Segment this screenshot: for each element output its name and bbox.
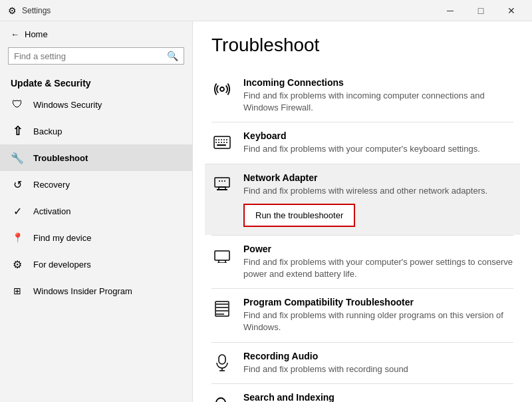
sidebar-item-label: Troubleshoot	[33, 153, 88, 163]
search-container[interactable]: 🔍	[8, 47, 184, 65]
recovery-icon: ↺	[11, 178, 24, 191]
search-input[interactable]	[14, 51, 163, 61]
maximize-button[interactable]: □	[466, 0, 496, 21]
title-bar-controls: ─ □ ✕	[435, 0, 527, 21]
keyboard-icon	[211, 132, 233, 153]
svg-point-0	[220, 87, 224, 91]
activation-icon: ✓	[11, 204, 24, 218]
backup-icon: ⇧	[11, 124, 24, 138]
sidebar-item-label: Backup	[33, 126, 62, 136]
title-bar: ⚙ Settings ─ □ ✕	[0, 0, 532, 21]
title-bar-title: Settings	[22, 6, 51, 15]
power-desc: Find and fix problems with your computer…	[243, 256, 513, 280]
power-name: Power	[243, 244, 513, 254]
recording-audio-item: Recording Audio Find and fix problems wi…	[211, 342, 513, 383]
sidebar-item-label: Windows Insider Program	[33, 286, 132, 296]
network-adapter-icon	[211, 174, 233, 195]
sidebar-item-activation[interactable]: ✓ Activation	[0, 198, 192, 224]
recording-audio-desc: Find and fix problems with recording sou…	[243, 363, 513, 375]
keyboard-desc: Find and fix problems with your computer…	[243, 143, 513, 155]
power-content: Power Find and fix problems with your co…	[243, 244, 513, 280]
content-area: Troubleshoot Incoming Connections Find a…	[193, 21, 532, 402]
incoming-connections-icon	[211, 79, 233, 100]
close-button[interactable]: ✕	[496, 0, 527, 21]
developers-icon: ⚙	[11, 258, 24, 271]
program-compatibility-content: Program Compatibility Troubleshooter Fin…	[243, 297, 513, 333]
search-indexing-name: Search and Indexing	[243, 392, 513, 402]
minimize-button[interactable]: ─	[435, 0, 466, 21]
sidebar-item-troubleshoot[interactable]: 🔧 Troubleshoot	[0, 144, 192, 171]
title-bar-left: ⚙ Settings	[8, 5, 51, 16]
back-button[interactable]: ← Home	[0, 21, 192, 47]
sidebar: ← Home 🔍 Update & Security 🛡 Windows Sec…	[0, 21, 193, 402]
recording-audio-icon	[211, 352, 233, 373]
section-title: Update & Security	[0, 73, 192, 91]
search-icon: 🔍	[167, 51, 178, 61]
incoming-connections-name: Incoming Connections	[243, 77, 513, 88]
insider-icon: ⊞	[11, 284, 24, 298]
sidebar-item-label: Recovery	[33, 180, 70, 190]
svg-rect-19	[215, 251, 229, 260]
sidebar-item-windows-insider[interactable]: ⊞ Windows Insider Program	[0, 278, 192, 304]
keyboard-name: Keyboard	[243, 130, 513, 141]
incoming-connections-content: Incoming Connections Find and fix proble…	[243, 77, 513, 114]
back-icon: ←	[11, 29, 19, 39]
find-device-icon: 📍	[11, 231, 24, 244]
sidebar-item-label: Find my device	[33, 233, 91, 243]
power-icon	[211, 245, 233, 266]
troubleshoot-icon: 🔧	[11, 151, 24, 164]
search-indexing-icon	[211, 393, 233, 402]
sidebar-item-label: For developers	[33, 260, 91, 270]
recording-audio-content: Recording Audio Find and fix problems wi…	[243, 351, 513, 375]
settings-icon: ⚙	[8, 5, 17, 16]
sidebar-item-backup[interactable]: ⇧ Backup	[0, 118, 192, 144]
sidebar-item-label: Activation	[33, 206, 70, 216]
page-title: Troubleshoot	[211, 35, 513, 56]
keyboard-item: Keyboard Find and fix problems with your…	[211, 122, 513, 163]
sidebar-item-for-developers[interactable]: ⚙ For developers	[0, 251, 192, 278]
incoming-connections-desc: Find and fix problems with incoming comp…	[243, 90, 513, 114]
svg-point-31	[216, 398, 225, 402]
sidebar-item-recovery[interactable]: ↺ Recovery	[0, 171, 192, 198]
home-label: Home	[25, 29, 48, 39]
recording-audio-name: Recording Audio	[243, 351, 513, 361]
main-layout: ← Home 🔍 Update & Security 🛡 Windows Sec…	[0, 21, 532, 402]
search-indexing-item: Search and Indexing Find and fix problem…	[211, 383, 513, 402]
program-compatibility-item: Program Compatibility Troubleshooter Fin…	[211, 288, 513, 341]
sidebar-item-label: Windows Security	[33, 100, 102, 110]
program-compatibility-desc: Find and fix problems with running older…	[243, 309, 513, 333]
search-indexing-content: Search and Indexing Find and fix problem…	[243, 392, 513, 402]
svg-rect-28	[219, 355, 225, 364]
network-adapter-item: Network Adapter Find and fix problems wi…	[205, 164, 520, 235]
program-compatibility-name: Program Compatibility Troubleshooter	[243, 297, 513, 307]
sidebar-item-find-my-device[interactable]: 📍 Find my device	[0, 224, 192, 251]
network-adapter-name: Network Adapter	[243, 172, 513, 183]
run-troubleshooter-button[interactable]: Run the troubleshooter	[243, 204, 355, 227]
svg-rect-13	[215, 178, 229, 187]
network-adapter-content: Network Adapter Find and fix problems wi…	[243, 172, 513, 227]
program-compatibility-icon	[211, 298, 233, 319]
sidebar-item-windows-security[interactable]: 🛡 Windows Security	[0, 91, 192, 118]
power-item: Power Find and fix problems with your co…	[211, 235, 513, 288]
network-adapter-desc: Find and fix problems with wireless and …	[243, 185, 513, 197]
incoming-connections-item: Incoming Connections Find and fix proble…	[211, 69, 513, 122]
keyboard-content: Keyboard Find and fix problems with your…	[243, 130, 513, 155]
shield-icon: 🛡	[11, 98, 24, 111]
